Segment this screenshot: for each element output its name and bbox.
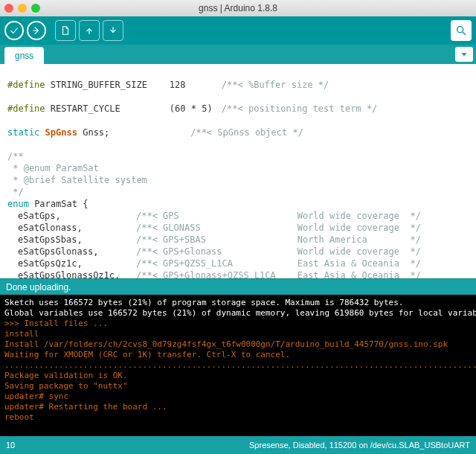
magnifier-icon [455,25,467,36]
svg-line-4 [463,32,466,35]
code-editor[interactable]: #define STRING_BUFFER_SIZE128/**< %Buffe… [0,64,476,278]
console-line: Global variables use 166572 bytes (21%) … [4,308,472,319]
code-line: * @brief Satellite system [7,174,469,186]
code-line: * @enum ParamSat [7,162,469,174]
code-line: /** [7,150,469,162]
code-line: eSatGpsGlonass, /**< GPS+Glonass World w… [7,246,469,258]
line-number: 10 [6,441,15,450]
code-line [7,138,469,150]
svg-marker-5 [462,54,466,57]
chevron-down-icon [460,50,469,59]
code-line: enum ParamSat { [7,198,469,210]
code-line [7,115,469,127]
upload-button[interactable] [27,21,46,40]
console-line: install [4,329,472,339]
toolbar [0,16,476,45]
code-line: eSatGpsSbas, /**< GPS+SBAS North America… [7,234,469,246]
open-button[interactable] [79,20,100,41]
code-line: */ [7,186,469,198]
arrow-up-icon [84,25,94,36]
code-line: static SpGnss Gnss;/**< SpGnss object */ [7,127,469,138]
tab-gnss[interactable]: gnss [4,47,44,64]
console-line: >>> Install files ... [4,319,472,329]
console-line: Waiting for XMODEM (CRC or 1K) transfer.… [4,350,472,360]
save-button[interactable] [103,20,123,41]
verify-button[interactable] [4,21,24,40]
code-line: eSatGlonass, /**< GLONASS World wide cov… [7,222,469,234]
console-line: Sketch uses 166572 bytes (21%) of progra… [4,298,472,308]
console-line: ........................................… [4,360,472,371]
code-line [7,91,469,103]
code-line: eSatGpsQz1c, /**< GPS+QZSS_L1CA East Asi… [7,258,469,269]
new-button[interactable] [55,20,76,41]
serial-monitor-button[interactable] [451,20,472,41]
footer-bar: 10 Spresense, Disabled, 115200 on /dev/c… [0,436,476,454]
code-line: eSatGpsGlonassQz1c, /**< GPS+Glonass+QZS… [7,269,469,278]
arrow-right-icon [31,25,42,36]
console-line: Saving package to "nuttx" [4,381,472,391]
tab-bar: gnss [0,45,476,64]
console-line: Install /var/folders/ch/2cvs8_0d79zg4fsf… [4,339,472,350]
console-line: updater# sync [4,391,472,402]
window-titlebar: gnss | Arduino 1.8.8 [0,0,476,16]
code-line: #define STRING_BUFFER_SIZE128/**< %Buffe… [7,79,469,91]
check-icon [9,25,19,36]
code-line: eSatGps, /**< GPS World wide coverage */ [7,210,469,222]
window-title: gnss | Arduino 1.8.8 [0,3,476,13]
status-text: Done uploading. [6,282,71,292]
tab-menu-button[interactable] [455,47,473,62]
console-line: Package validation is OK. [4,371,472,381]
arrow-down-icon [108,25,118,36]
code-line [7,67,469,79]
board-port-info: Spresense, Disabled, 115200 on /dev/cu.S… [249,441,470,450]
svg-point-3 [457,27,463,33]
file-icon [60,25,71,36]
code-line: #define RESTART_CYCLE(60 * 5)/**< positi… [7,103,469,115]
console-output[interactable]: Sketch uses 166572 bytes (21%) of progra… [0,295,476,436]
console-line: reboot [4,412,472,423]
status-bar: Done uploading. [0,278,476,295]
console-line: updater# Restarting the board ... [4,402,472,412]
